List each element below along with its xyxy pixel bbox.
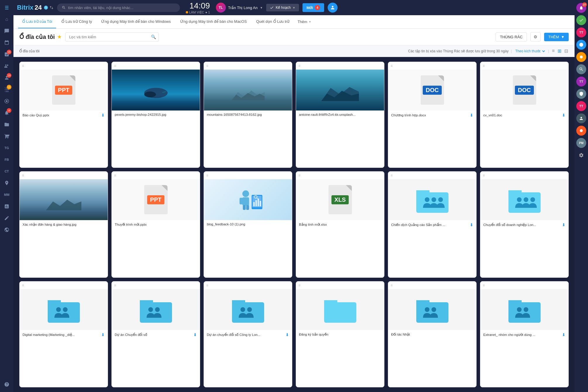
sidebar-item-tg[interactable]: TG: [1, 143, 12, 153]
file-card-header: ≡: [112, 172, 200, 179]
right-avatar-orange[interactable]: [576, 52, 586, 62]
card-menu-icon[interactable]: ≡: [206, 173, 208, 177]
cloud-sync-icon: ⬇: [286, 332, 289, 337]
right-pm[interactable]: PM: [576, 138, 586, 148]
tab-macos-app[interactable]: Ứng dụng Máy tính để bàn cho MacOS: [176, 15, 251, 28]
file-card-5[interactable]: ≡ DOC Chương trình họp.docx ⬇: [388, 62, 477, 168]
search-input[interactable]: [68, 6, 175, 10]
sidebar-item-calendar[interactable]: [1, 37, 12, 48]
right-avatar-tt[interactable]: TT: [576, 27, 586, 37]
grid-view-icon[interactable]: ⊞: [557, 48, 562, 54]
right-checkmark[interactable]: [576, 15, 586, 25]
file-thumbnail-xls: XLS: [296, 179, 384, 220]
card-menu-icon[interactable]: ≡: [206, 283, 208, 287]
file-card-6[interactable]: ≡ DOC cv_vn01.doc ⬇: [480, 62, 569, 168]
tab-clear-storage[interactable]: Quét dọn Ổ Lưu trữ: [252, 15, 294, 28]
plan-button[interactable]: Kế hoạch ▼: [266, 4, 299, 11]
sidebar-item-help[interactable]: [1, 379, 12, 390]
file-info: Digital marketing (Marketing _diệ... ⬇: [20, 330, 108, 339]
svg-point-25: [431, 197, 436, 202]
new-button[interactable]: Mới 4: [302, 3, 324, 12]
card-menu-icon[interactable]: ≡: [22, 283, 24, 287]
filter-input[interactable]: [65, 32, 159, 42]
right-settings[interactable]: [576, 150, 586, 160]
right-avatar-orange2[interactable]: [576, 126, 586, 136]
file-card-7[interactable]: ≡ Xác nhận đơn hàng & giao hàng.jpg: [19, 171, 108, 277]
file-card-12[interactable]: ≡ Chuyển đổi số doanh nghiệp: [480, 171, 569, 277]
sidebar-item-menu[interactable]: ☰: [1, 2, 12, 13]
file-card-16[interactable]: ≡ Đăng ký bản quyền: [296, 281, 384, 387]
sidebar-item-edit[interactable]: [1, 213, 12, 223]
sidebar-item-target[interactable]: [1, 96, 12, 106]
card-menu-icon[interactable]: ≡: [298, 173, 300, 177]
card-menu-icon[interactable]: ≡: [483, 283, 485, 287]
sidebar-item-analytics[interactable]: [1, 201, 12, 212]
card-menu-icon[interactable]: ≡: [22, 64, 24, 68]
card-menu-icon[interactable]: ≡: [298, 283, 300, 287]
card-menu-icon[interactable]: ≡: [114, 173, 116, 177]
add-button[interactable]: THÊM ▼: [544, 33, 569, 41]
sidebar-item-crm[interactable]: [1, 61, 12, 71]
tab-company-drive[interactable]: Ổ Lưu trữ Công ty: [57, 15, 96, 28]
sort-select[interactable]: Theo kích thước: [514, 49, 546, 53]
sidebar-item-home[interactable]: ⌂: [1, 14, 12, 25]
file-info: antoine-rault-lhWRrZx4-kk-unsplash...: [296, 110, 384, 119]
global-search-bar[interactable]: [57, 4, 180, 12]
separator2: |: [548, 49, 549, 53]
card-menu-icon[interactable]: ≡: [206, 64, 208, 68]
user-profile[interactable]: TL Trần Thị Long An ▼: [216, 3, 263, 13]
file-card-3[interactable]: ≡ mountains-1650875674413-8162.jpg: [204, 62, 292, 168]
card-menu-icon[interactable]: ≡: [483, 64, 485, 68]
sidebar-item-notifications[interactable]: 4: [1, 108, 12, 118]
tab-more[interactable]: Thêm ▼: [295, 17, 314, 27]
settings-button[interactable]: ⚙: [530, 32, 541, 42]
sidebar-item-location[interactable]: [1, 178, 12, 188]
file-card-18[interactable]: ≡ Extranet_ nhóm cho người dùng ... ⬇: [480, 281, 569, 387]
trash-button[interactable]: THÙNG RÁC: [496, 32, 527, 42]
right-search[interactable]: [576, 64, 586, 74]
file-card-2[interactable]: ≡ pexels-jeremy-bishop-2422915.jpg: [111, 62, 200, 168]
tab-my-drive[interactable]: Ổ Lưu trữ của Tôi: [18, 15, 56, 28]
file-card-15[interactable]: ≡ Dự án chuyển đổi số Công ty Lon... ⬇: [204, 281, 292, 387]
sidebar-item-storage[interactable]: [1, 119, 12, 130]
card-menu-icon[interactable]: ≡: [298, 64, 300, 68]
sidebar-item-mm[interactable]: MM: [1, 189, 12, 200]
sidebar-item-feed[interactable]: [1, 26, 12, 36]
sidebar-item-globe[interactable]: [1, 225, 12, 235]
tab-windows-app[interactable]: Ứng dụng Máy tính để bàn cho Windows: [97, 15, 175, 28]
sidebar-item-cart[interactable]: [1, 131, 12, 141]
favorite-star[interactable]: ★: [57, 34, 62, 40]
file-card-14[interactable]: ≡ Dự án Chuyển đổi số ⬇: [111, 281, 200, 387]
sidebar-item-fb[interactable]: FB: [1, 154, 12, 165]
card-menu-icon[interactable]: ≡: [114, 64, 116, 68]
card-menu-icon[interactable]: ≡: [22, 173, 24, 177]
right-avatar-tt3[interactable]: TT: [576, 101, 586, 111]
card-menu-icon[interactable]: ≡: [114, 283, 116, 287]
file-card-17[interactable]: ≡ Đối tác Nhật: [388, 281, 477, 387]
sidebar-item-contacts[interactable]: 19: [1, 72, 12, 83]
sidebar-item-checklist[interactable]: 15: [1, 84, 12, 95]
large-grid-view-icon[interactable]: ⊟: [564, 48, 569, 54]
file-card-1[interactable]: ≡ PPT Báo cáo Quý.pptx ⬇: [19, 62, 108, 168]
list-view-icon[interactable]: ≡: [551, 48, 555, 54]
file-info: blog_feedback-10 (1).png: [204, 220, 292, 228]
sidebar-item-tasks[interactable]: 15: [1, 49, 12, 60]
card-menu-icon[interactable]: ≡: [391, 64, 393, 68]
file-card-13[interactable]: ≡ Digital marketing (Marketing _diệ... ⬇: [19, 281, 108, 387]
file-card-4[interactable]: ≡ antoine-rault-lhWRrZx4-kk-unsplash...: [296, 62, 384, 168]
file-thumbnail-antoine: [296, 70, 384, 110]
file-card-10[interactable]: ≡ XLS Bảng tính mới.xlsx: [296, 171, 384, 277]
card-menu-icon[interactable]: ≡: [391, 283, 393, 287]
file-card-9[interactable]: ≡: [204, 171, 292, 277]
card-menu-icon[interactable]: ≡: [483, 173, 485, 177]
file-card-8[interactable]: ≡ PPT Thuyết trình mới.pptx: [111, 171, 200, 277]
card-menu-icon[interactable]: ≡: [391, 173, 393, 177]
header-avatar-right[interactable]: [328, 3, 338, 13]
right-avatar-circle[interactable]: [576, 40, 586, 50]
right-avatar-person[interactable]: [576, 113, 586, 123]
file-card-11[interactable]: ≡ Chiến dịch Qu: [388, 171, 477, 277]
right-avatar-tt2[interactable]: TT: [576, 77, 586, 87]
right-shield[interactable]: [576, 89, 586, 99]
sidebar-item-ct[interactable]: CT: [1, 166, 12, 177]
right-notifications[interactable]: 27: [576, 3, 586, 13]
